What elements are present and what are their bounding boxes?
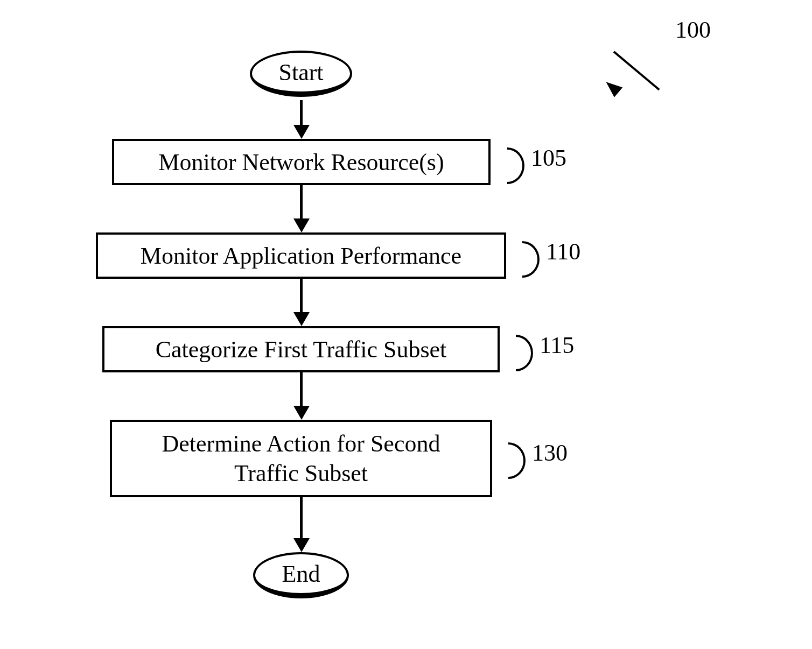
arrow-head-3 xyxy=(293,312,310,326)
process-130-label: Determine Action for Second Traffic Subs… xyxy=(162,429,440,488)
curve-105 xyxy=(490,147,524,184)
ref-105: 105 xyxy=(531,144,566,172)
process-115-label: Categorize First Traffic Subset xyxy=(156,335,447,364)
process-115: Categorize First Traffic Subset xyxy=(102,326,500,372)
arrow-head-1 xyxy=(293,125,310,139)
process-110: Monitor Application Performance xyxy=(96,232,506,279)
arrow-5 xyxy=(300,497,303,539)
arrow-head-4 xyxy=(293,406,310,420)
curve-110 xyxy=(505,241,540,278)
ref-130: 130 xyxy=(532,439,568,467)
pointer-line-100 xyxy=(613,51,660,90)
start-terminal: Start xyxy=(250,51,352,97)
ref-115: 115 xyxy=(540,331,574,359)
pointer-head-100 xyxy=(602,77,622,97)
process-105: Monitor Network Resource(s) xyxy=(112,139,491,185)
process-110-label: Monitor Application Performance xyxy=(141,241,461,271)
figure-ref-100: 100 xyxy=(675,16,711,44)
end-label: End xyxy=(282,560,320,588)
curve-115 xyxy=(499,335,533,371)
start-label: Start xyxy=(278,59,323,86)
arrow-1 xyxy=(300,100,303,126)
ref-110: 110 xyxy=(546,238,580,265)
arrow-4 xyxy=(300,372,303,407)
process-130: Determine Action for Second Traffic Subs… xyxy=(110,420,492,497)
arrow-head-5 xyxy=(293,538,310,552)
curve-130 xyxy=(491,442,526,479)
process-105-label: Monitor Network Resource(s) xyxy=(158,147,444,177)
end-terminal: End xyxy=(253,552,349,598)
flowchart-canvas: 100 Start Monitor Network Resource(s) 10… xyxy=(0,0,812,649)
arrow-2 xyxy=(300,185,303,220)
arrow-3 xyxy=(300,279,303,313)
arrow-head-2 xyxy=(293,218,310,232)
